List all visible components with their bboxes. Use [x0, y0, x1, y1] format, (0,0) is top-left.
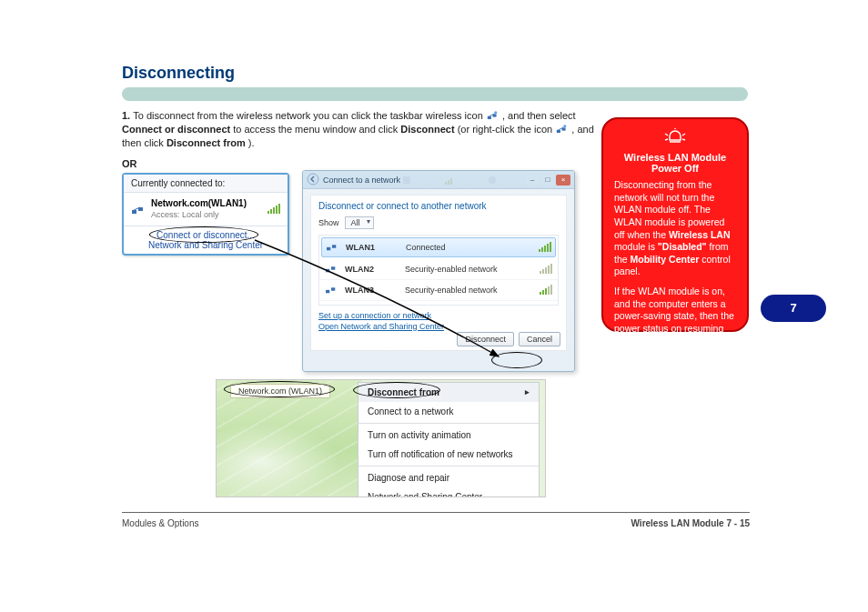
footer-left: Modules & Options [122, 518, 199, 528]
network-icon [131, 203, 146, 216]
svg-rect-15 [326, 290, 329, 293]
step-1-text: 1. To disconnect from the wireless netwo… [122, 109, 595, 150]
network-tooltip-popup: Currently connected to: Network.com(WLAN… [122, 173, 289, 256]
step-number: 1. [122, 110, 133, 121]
back-button[interactable] [307, 173, 319, 187]
footer: Modules & Options Wireless LAN Module 7 … [122, 518, 750, 528]
menu-item-activity-animation[interactable]: Turn on activity animation [358, 426, 539, 445]
svg-rect-3 [557, 130, 560, 133]
footer-rule [122, 512, 750, 513]
menu-separator [358, 466, 539, 467]
network-list: WLAN1 Connected WLAN2 Security-enabled n… [318, 235, 559, 306]
network-row-wlan1[interactable]: WLAN1 Connected [321, 237, 556, 257]
svg-point-10 [489, 176, 496, 184]
svg-rect-12 [332, 245, 336, 247]
taskbar-wireless-icon-inline-1 [487, 110, 499, 121]
show-label: Show [318, 218, 339, 227]
intro-part1: To disconnect from the wireless network … [133, 110, 486, 121]
signal-strength-icon [267, 205, 280, 214]
or-label: OR [122, 158, 137, 169]
warning-title: Wireless LAN Module Power Off [614, 152, 736, 174]
svg-point-8 [308, 174, 318, 185]
connect-or-disconnect-link[interactable]: Connect or disconnect... [131, 230, 280, 240]
svg-point-5 [563, 125, 566, 127]
context-menu: Disconnect from Connect to a network Tur… [358, 382, 540, 497]
menu-item-turn-off-notification[interactable]: Turn off notification of new networks [358, 445, 539, 464]
network-row-wlan2[interactable]: WLAN2 Security-enabled network [319, 259, 558, 280]
svg-point-2 [494, 111, 497, 114]
intro-part2: , and then select [502, 110, 576, 121]
intro-part6: ). [248, 137, 255, 148]
intro-part3: to access the menu window and click [233, 124, 400, 135]
intro-bold3: Disconnect from [167, 137, 246, 148]
disconnect-button[interactable]: Disconnect [457, 332, 514, 346]
svg-rect-14 [331, 266, 335, 269]
warning-panel: Wireless LAN Module Power Off Disconnect… [601, 117, 749, 332]
window-title: Connect to a network [323, 176, 400, 185]
setup-connection-link[interactable]: Set up a connection or network [318, 311, 559, 322]
connect-to-network-window: Connect to a network – □ × Disconnect or… [302, 170, 575, 372]
tooltip-header: Currently connected to: [124, 175, 288, 193]
tooltip-links: Connect or disconnect... Network and Sha… [124, 226, 288, 254]
menu-item-diagnose[interactable]: Diagnose and repair [358, 468, 539, 487]
page-heading: Disconnecting [122, 64, 235, 83]
show-filter-row: Show All [318, 216, 559, 229]
menu-item-sharing-center[interactable]: Network and Sharing Center [358, 487, 539, 497]
minimize-button[interactable]: – [525, 175, 540, 186]
signal-strength-icon [540, 265, 552, 274]
intro-part4: (or right-click the icon [458, 124, 556, 135]
svg-rect-13 [326, 269, 329, 272]
menu-item-disconnect-from[interactable]: Disconnect from [358, 383, 539, 402]
network-status: Security-enabled network [405, 265, 534, 274]
intro-bold1: Connect or disconnect [122, 124, 230, 135]
connect-window-instruction: Disconnect or connect to another network [318, 201, 559, 211]
cancel-button[interactable]: Cancel [519, 332, 560, 346]
chapter-page-badge: 7 [761, 295, 826, 322]
signal-strength-icon [539, 243, 551, 252]
open-network-sharing-link[interactable]: Open Network and Sharing Center [318, 322, 559, 333]
window-titlebar: Connect to a network – □ × [303, 171, 574, 189]
connect-window-footer-links: Set up a connection or network Open Netw… [318, 311, 559, 332]
network-icon [326, 241, 340, 254]
signal-strength-icon [540, 286, 552, 295]
network-name: WLAN2 [345, 265, 399, 274]
menu-item-connect-to-network[interactable]: Connect to a network [358, 402, 539, 421]
svg-rect-6 [132, 210, 136, 214]
menu-separator [358, 423, 539, 424]
taskbar-context-menu-shot: Network.com (WLAN1) Disconnect from Conn… [216, 379, 546, 497]
svg-rect-16 [331, 287, 335, 290]
tooltip-access-label: Access: Local only [151, 210, 219, 219]
tooltip-network-row: Network.com(WLAN1) Access: Local only [124, 193, 288, 226]
taskbar-wireless-icon-inline-2 [556, 124, 568, 135]
network-icon [325, 284, 339, 296]
network-status: Connected [406, 243, 533, 252]
network-name: WLAN1 [346, 243, 400, 252]
network-row-wlan3[interactable]: WLAN3 Security-enabled network [319, 280, 558, 301]
warning-paragraph-2: If the WLAN module is on, and the comput… [614, 286, 736, 360]
taskbar-network-tooltip: Network.com (WLAN1) [230, 384, 330, 398]
network-sharing-center-link[interactable]: Network and Sharing Center [131, 240, 280, 250]
svg-rect-9 [403, 176, 410, 184]
network-name: WLAN3 [345, 286, 399, 295]
maximize-button[interactable]: □ [540, 175, 555, 186]
network-icon [325, 263, 339, 276]
show-filter-select[interactable]: All [345, 216, 374, 229]
teal-divider [122, 87, 748, 101]
svg-rect-0 [488, 116, 491, 119]
toolbar-ghost-1 [402, 175, 438, 186]
intro-bold2: Disconnect [400, 124, 454, 135]
toolbar-ghost-2 [445, 175, 480, 186]
toolbar-ghost-3 [488, 175, 523, 186]
alarm-icon [614, 128, 736, 148]
network-status: Security-enabled network [405, 286, 534, 295]
tooltip-network-name: Network.com(WLAN1) [151, 198, 247, 208]
footer-right: Wireless LAN Module 7 - 15 [631, 518, 751, 528]
warning-paragraph-1: Disconnecting from the network will not … [614, 179, 736, 278]
close-button[interactable]: × [556, 175, 570, 186]
svg-rect-11 [327, 247, 330, 250]
